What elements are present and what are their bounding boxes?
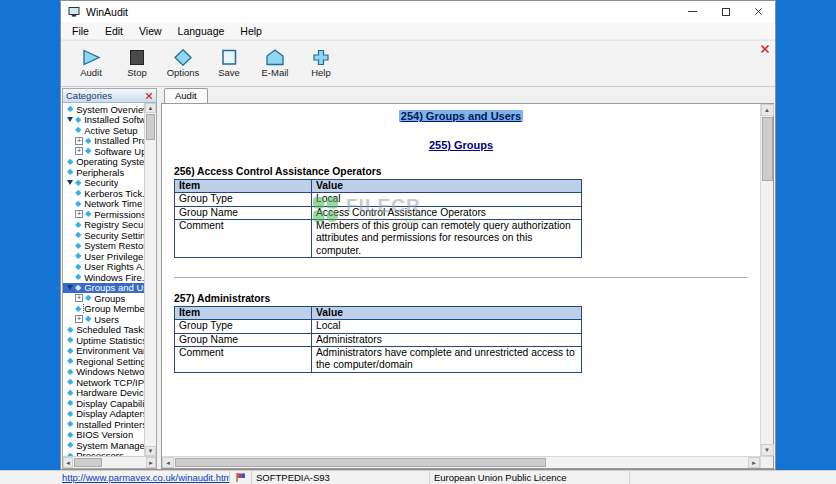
expand-plus-icon[interactable]: + <box>75 294 83 302</box>
content-horizontal-scrollbar[interactable]: ◄ ► <box>162 456 760 468</box>
tab-audit[interactable]: Audit <box>164 88 208 103</box>
scroll-down-icon[interactable]: ▼ <box>145 446 156 456</box>
close-button[interactable] <box>742 1 775 22</box>
sidebar-item-network-time[interactable]: ◆Network Time <box>63 199 144 210</box>
sidebar-item-regional-settings[interactable]: ◆Regional Settings <box>63 356 144 367</box>
scroll-right-icon[interactable]: ► <box>748 457 760 468</box>
menu-view[interactable]: View <box>131 24 170 38</box>
sidebar-item-software-upd[interactable]: +◆Software Upd... <box>63 146 144 157</box>
table-header-cell: Value <box>312 180 582 193</box>
scroll-thumb[interactable] <box>74 458 102 467</box>
sidebar-item-installed-software[interactable]: ◆Installed Software <box>63 115 144 126</box>
expand-plus-icon[interactable]: + <box>75 210 83 218</box>
collapse-arrow-icon[interactable] <box>67 285 73 290</box>
categories-close-icon[interactable] <box>145 92 153 100</box>
sidebar-item-users[interactable]: +◆Users <box>63 314 144 325</box>
menu-language[interactable]: Language <box>170 24 233 38</box>
scroll-thumb[interactable] <box>762 117 773 181</box>
sidebar-item-uptime-statistics[interactable]: ◆Uptime Statistics <box>63 335 144 346</box>
sidebar-item-network-tcp-ip[interactable]: ◆Network TCP/IP <box>63 377 144 388</box>
sidebar-item-windows-networ[interactable]: ◆Windows Networ... <box>63 367 144 378</box>
diamond-icon: ◆ <box>67 431 73 439</box>
scroll-thumb[interactable] <box>175 458 546 467</box>
sidebar-item-user-privilege[interactable]: ◆User Privilege... <box>63 251 144 262</box>
scroll-up-icon[interactable]: ▲ <box>145 103 156 113</box>
category-tree: ◆System Overview◆Installed Software◆Acti… <box>63 103 144 456</box>
winaudit-website-link[interactable]: http://www.parmavex.co.uk/winaudit.html <box>62 472 230 483</box>
expand-plus-icon[interactable]: + <box>75 315 83 323</box>
sidebar-item-display-adapters[interactable]: ◆Display Adapters <box>63 409 144 420</box>
sidebar-item-hardware-device[interactable]: ◆Hardware Device... <box>63 388 144 399</box>
sidebar-item-label: Permissions <box>94 209 144 220</box>
categories-header: Categories <box>63 89 156 103</box>
stop-square-icon <box>126 49 148 66</box>
collapse-arrow-icon[interactable] <box>67 117 73 122</box>
sidebar-item-system-restor[interactable]: ◆System Restor... <box>63 241 144 252</box>
scroll-up-icon[interactable]: ▲ <box>761 104 774 116</box>
sidebar-item-label: Groups and Use... <box>84 283 144 294</box>
minimize-button[interactable] <box>676 1 709 22</box>
sidebar-item-scheduled-tasks[interactable]: ◆Scheduled Tasks <box>63 325 144 336</box>
sidebar-item-label: User Rights A... <box>84 262 144 273</box>
sidebar-item-permissions[interactable]: +◆Permissions <box>63 209 144 220</box>
scroll-down-icon[interactable]: ▼ <box>761 444 774 456</box>
sidebar-item-group-membe[interactable]: ◆Group Membe... <box>63 304 144 315</box>
content-vertical-scrollbar[interactable]: ▲ ▼ <box>760 104 773 456</box>
sidebar-item-label: User Privilege... <box>84 251 144 262</box>
diamond-icon: ◆ <box>85 294 91 302</box>
toolbar-stop-button[interactable]: Stop <box>115 49 159 78</box>
toolbar-close-icon[interactable] <box>760 44 770 54</box>
sidebar-item-system-manage[interactable]: ◆System Manage... <box>63 440 144 451</box>
sidebar-item-label: Installed Prog... <box>94 136 144 147</box>
table-row: CommentMembers of this group can remotel… <box>175 220 582 258</box>
scroll-left-icon[interactable]: ◄ <box>63 457 73 468</box>
diamond-icon: ◆ <box>75 263 81 271</box>
menu-help[interactable]: Help <box>232 24 270 38</box>
menu-edit[interactable]: Edit <box>97 24 131 38</box>
toolbar-options-button[interactable]: Options <box>161 49 205 78</box>
sidebar-vertical-scrollbar[interactable]: ▲ ▼ <box>144 103 156 456</box>
sidebar-horizontal-scrollbar[interactable]: ◄ ► <box>63 456 156 468</box>
sidebar-item-label: Registry Secu... <box>84 220 144 231</box>
toolbar-help-button[interactable]: Help <box>299 49 343 78</box>
sidebar-item-installed-prog[interactable]: +◆Installed Prog... <box>63 136 144 147</box>
scroll-left-icon[interactable]: ◄ <box>162 457 174 468</box>
sidebar-item-security[interactable]: ◆Security <box>63 178 144 189</box>
toolbar-audit-button[interactable]: Audit <box>69 49 113 78</box>
toolbar-save-button[interactable]: Save <box>207 49 251 78</box>
diamond-icon: ◆ <box>75 242 81 250</box>
table-cell: Members of this group can remotely query… <box>312 220 582 258</box>
sidebar-item-system-overview[interactable]: ◆System Overview <box>63 104 144 115</box>
sidebar-item-active-setup[interactable]: ◆Active Setup <box>63 125 144 136</box>
maximize-button[interactable] <box>709 1 742 22</box>
diamond-icon: ◆ <box>85 137 91 145</box>
minimize-icon <box>688 11 697 12</box>
report-title-text: 254) Groups and Users <box>399 110 523 122</box>
sidebar-item-bios-version[interactable]: ◆BIOS Version <box>63 430 144 441</box>
sidebar-item-security-settin[interactable]: ◆Security Settin... <box>63 230 144 241</box>
toolbar-e-mail-button[interactable]: E-Mail <box>253 49 297 78</box>
sidebar-item-display-capabiliti[interactable]: ◆Display Capabiliti... <box>63 398 144 409</box>
expand-plus-icon[interactable]: + <box>75 137 83 145</box>
sidebar-item-label: Hardware Device... <box>76 388 144 399</box>
sidebar-item-registry-secu[interactable]: ◆Registry Secu... <box>63 220 144 231</box>
sidebar-item-kerberos-tick[interactable]: ◆Kerberos Tick... <box>63 188 144 199</box>
title-bar[interactable]: WinAudit <box>61 1 775 22</box>
menu-file[interactable]: File <box>64 24 97 38</box>
content-area: Audit 254) Groups and Users 255) Groups … <box>161 88 774 469</box>
scroll-right-icon[interactable]: ► <box>146 457 156 468</box>
sidebar-item-operating-system[interactable]: ◆Operating System <box>63 157 144 168</box>
table-row: Group NameAccess Control Assistance Oper… <box>175 206 582 219</box>
table-cell: Group Type <box>175 320 312 333</box>
sidebar-item-groups-and-use[interactable]: ◆Groups and Use... <box>63 283 144 294</box>
sidebar-item-peripherals[interactable]: ◆Peripherals <box>63 167 144 178</box>
sidebar-item-user-rights-a[interactable]: ◆User Rights A... <box>63 262 144 273</box>
sidebar-item-environment-vari[interactable]: ◆Environment Vari... <box>63 346 144 357</box>
sidebar-item-groups[interactable]: +◆Groups <box>63 293 144 304</box>
expand-plus-icon[interactable]: + <box>75 147 83 155</box>
sidebar-item-label: BIOS Version <box>76 430 133 441</box>
scroll-thumb[interactable] <box>146 114 155 140</box>
collapse-arrow-icon[interactable] <box>67 180 73 185</box>
sidebar-item-installed-printers[interactable]: ◆Installed Printers <box>63 419 144 430</box>
sidebar-item-windows-fire[interactable]: ◆Windows Fire... <box>63 272 144 283</box>
